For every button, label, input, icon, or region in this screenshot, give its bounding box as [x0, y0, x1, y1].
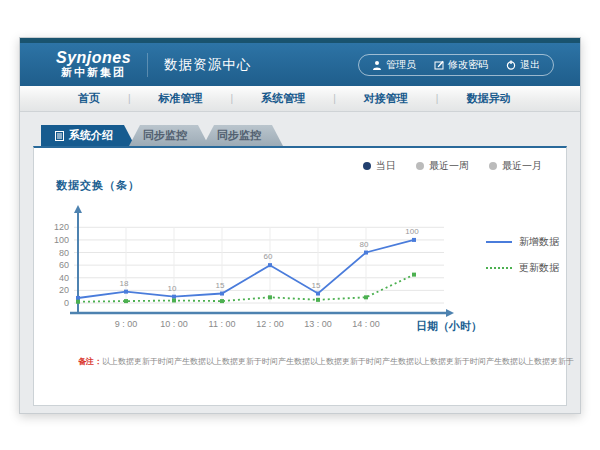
- legend-label: 更新数据: [519, 261, 559, 275]
- filter-radio-2[interactable]: 最近一月: [489, 159, 542, 173]
- svg-text:40: 40: [59, 273, 69, 283]
- svg-text:18: 18: [120, 279, 129, 288]
- legend-item-0: 新增数据: [486, 235, 559, 249]
- tab-2[interactable]: 同步监控: [203, 125, 283, 146]
- filter-label: 当日: [376, 159, 396, 173]
- svg-text:11 : 00: 11 : 00: [209, 319, 236, 329]
- logout-button[interactable]: 退出: [497, 58, 549, 72]
- line-chart: 0204060801001209 : 0010 : 0011 : 0012 : …: [44, 193, 484, 347]
- svg-text:10 : 00: 10 : 00: [160, 319, 188, 329]
- radio-icon: [363, 162, 371, 170]
- user-toolbar: 管理员 修改密码 退出: [358, 54, 554, 76]
- svg-text:14 : 00: 14 : 00: [352, 319, 380, 329]
- svg-text:100: 100: [405, 227, 419, 236]
- tab-label: 同步监控: [143, 128, 187, 143]
- page-title: 数据资源中心: [147, 53, 251, 77]
- svg-text:12 : 00: 12 : 00: [256, 319, 284, 329]
- svg-text:60: 60: [59, 260, 69, 270]
- svg-text:9 : 00: 9 : 00: [115, 319, 138, 329]
- nav-item-0[interactable]: 首页: [50, 91, 128, 106]
- tab-label: 系统介绍: [69, 128, 113, 143]
- svg-text:80: 80: [59, 248, 69, 258]
- svg-text:日期（小时）: 日期（小时）: [416, 320, 482, 333]
- legend-swatch: [486, 267, 512, 269]
- tab-0[interactable]: 系统介绍: [41, 125, 135, 146]
- logo: Synjones 新中新集团: [56, 50, 131, 78]
- document-icon: [55, 131, 64, 141]
- legend-swatch: [486, 241, 512, 243]
- app-window: Synjones 新中新集团 数据资源中心 管理员 修改密码 退出 首页|标准管…: [19, 37, 581, 414]
- nav-item-1[interactable]: 标准管理: [131, 91, 231, 106]
- svg-text:0: 0: [64, 298, 69, 308]
- tab-1[interactable]: 同步监控: [129, 125, 209, 146]
- svg-text:15: 15: [312, 281, 321, 290]
- filter-label: 最近一月: [502, 159, 542, 173]
- logo-subtitle: 新中新集团: [56, 67, 131, 79]
- logo-title: Synjones: [56, 50, 131, 67]
- nav-item-2[interactable]: 系统管理: [233, 91, 333, 106]
- user-label: 管理员: [386, 58, 416, 72]
- chart-svg: 0204060801001209 : 0010 : 0011 : 0012 : …: [44, 193, 484, 343]
- main-nav: 首页|标准管理|系统管理|对接管理|数据异动: [20, 86, 580, 112]
- power-icon: [506, 60, 516, 70]
- tab-bar: 系统介绍同步监控同步监控: [41, 125, 567, 146]
- nav-item-3[interactable]: 对接管理: [336, 91, 436, 106]
- chart-area: 0204060801001209 : 0010 : 0011 : 0012 : …: [34, 193, 566, 347]
- edit-icon: [434, 60, 444, 70]
- svg-text:15: 15: [216, 281, 225, 290]
- radio-icon: [489, 162, 497, 170]
- radio-icon: [416, 162, 424, 170]
- filter-radio-1[interactable]: 最近一周: [416, 159, 469, 173]
- footnote: 备注：以上数据更新于时间产生数据以上数据更新于时间产生数据以上数据更新于时间产生…: [78, 356, 578, 367]
- user-menu[interactable]: 管理员: [363, 58, 425, 72]
- filter-label: 最近一周: [429, 159, 469, 173]
- svg-text:10: 10: [168, 284, 177, 293]
- content-card: 当日最近一周最近一月 数据交换（条） 0204060801001209 : 00…: [33, 146, 567, 406]
- legend-item-1: 更新数据: [486, 261, 559, 275]
- logout-label: 退出: [520, 58, 540, 72]
- change-password-button[interactable]: 修改密码: [425, 58, 497, 72]
- svg-text:100: 100: [54, 235, 69, 245]
- y-axis-title: 数据交换（条）: [56, 178, 566, 193]
- range-filters: 当日最近一周最近一月: [363, 159, 542, 173]
- header: Synjones 新中新集团 数据资源中心 管理员 修改密码 退出: [20, 43, 580, 86]
- footnote-text: 以上数据更新于时间产生数据以上数据更新于时间产生数据以上数据更新于时间产生数据以…: [102, 357, 574, 366]
- filter-radio-0[interactable]: 当日: [363, 159, 396, 173]
- svg-text:13 : 00: 13 : 00: [304, 319, 332, 329]
- user-icon: [372, 60, 382, 70]
- page-body: 系统介绍同步监控同步监控 当日最近一周最近一月 数据交换（条） 02040608…: [20, 112, 580, 406]
- footnote-label: 备注：: [78, 357, 102, 366]
- svg-text:20: 20: [59, 285, 69, 295]
- chart-legend: 新增数据更新数据: [486, 235, 559, 275]
- svg-text:60: 60: [264, 252, 273, 261]
- change-password-label: 修改密码: [448, 58, 488, 72]
- legend-label: 新增数据: [519, 235, 559, 249]
- tab-label: 同步监控: [217, 128, 261, 143]
- svg-text:120: 120: [54, 222, 69, 232]
- svg-text:80: 80: [360, 240, 369, 249]
- nav-item-4[interactable]: 数据异动: [438, 91, 538, 106]
